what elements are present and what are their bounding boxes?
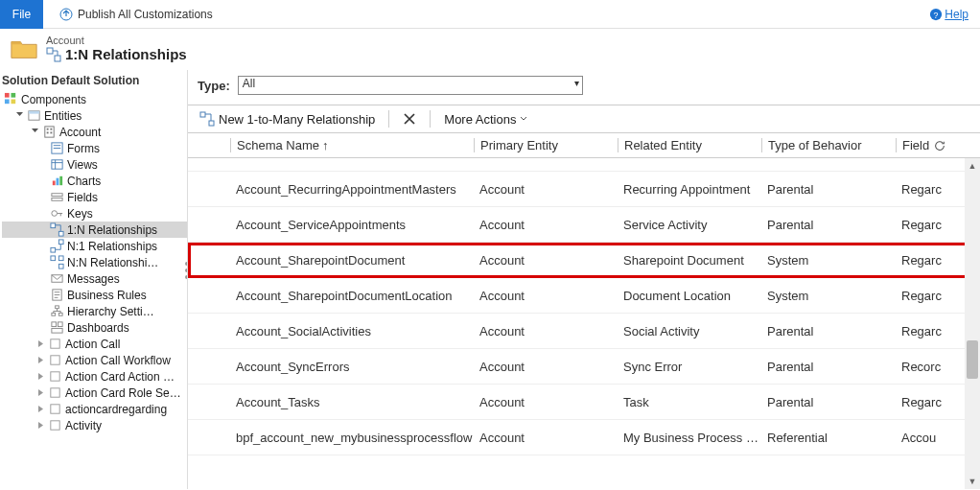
expander-icon[interactable] [15,111,24,120]
expander-icon[interactable] [36,421,45,430]
expander-icon[interactable] [36,339,45,348]
svg-rect-50 [51,421,59,430]
col-header-behavior[interactable]: Type of Behavior [761,138,896,152]
table-row[interactable]: Account_TasksAccountTaskParentalRegarc [188,385,980,420]
scroll-up-arrow[interactable]: ▲ [965,158,980,174]
table-row[interactable]: Account_RecurringAppointmentMastersAccou… [188,172,980,207]
cell-schema: Account_Tasks [230,395,474,409]
tree-node-action-card-role[interactable]: Action Card Role Se… [2,385,187,401]
tree-node-action-call-wf[interactable]: Action Call Workflow [2,352,187,368]
svg-rect-24 [59,176,62,185]
action-card-role-label: Action Card Role Se… [65,386,181,400]
tree-node-dashboards[interactable]: Dashboards [2,319,187,336]
svg-rect-7 [5,100,10,105]
tree-node-hierarchy[interactable]: Hierarchy Setti… [2,303,187,319]
entity-breadcrumb: Account [46,35,187,46]
br-label: Business Rules [67,289,147,302]
tree-node-1n-relationships[interactable]: 1:N Relationships [2,222,187,238]
table-row[interactable]: bpf_account_new_mybusinessprocessflowAcc… [188,420,980,455]
page-title: 1:N Relationships [46,46,187,62]
tree-node-action-card[interactable]: Action Card Action … [2,368,187,385]
tree-node-account[interactable]: Account [2,124,187,140]
svg-rect-31 [58,231,63,236]
expander-icon[interactable] [31,128,39,136]
col-header-primary[interactable]: Primary Entity [474,138,618,152]
type-select[interactable]: All [238,76,583,95]
svg-rect-15 [50,132,52,134]
table-row[interactable]: Account_ServiceAppointmentsAccountServic… [188,207,980,243]
cell-schema: Account_SharepointDocument [230,253,474,268]
svg-rect-26 [52,198,62,200]
fields-label: Fields [67,191,98,204]
svg-rect-10 [29,111,39,114]
cell-schema: Account_SyncErrors [230,360,474,374]
refresh-icon[interactable] [933,139,946,152]
file-menu-button[interactable]: File [0,0,43,29]
help-link[interactable]: ? Help [929,8,968,21]
more-actions-button[interactable]: More Actions [438,110,533,128]
tree-node-n1-relationships[interactable]: N:1 Relationships [2,238,187,254]
col-header-field[interactable]: Field [896,138,980,152]
table-row[interactable]: Account_SyncErrorsAccountSync ErrorParen… [188,349,980,385]
vertical-scrollbar[interactable]: ▲ ▼ [965,158,980,489]
scroll-thumb[interactable] [967,340,978,379]
cell-related: Social Activity [618,324,761,338]
delete-button[interactable] [397,110,422,128]
charts-icon [50,174,64,188]
tree-node-forms[interactable]: Forms [2,140,187,156]
tree-node-business-rules[interactable]: Business Rules [2,287,187,303]
svg-rect-22 [53,181,56,186]
tree-node-keys[interactable]: Keys [2,205,187,222]
table-row[interactable]: Account_SharepointDocumentAccountSharepo… [188,243,980,278]
table-row[interactable]: Account_SocialActivitiesAccountSocial Ac… [188,314,980,349]
svg-rect-6 [12,93,16,98]
tree-node-activity[interactable]: Activity [2,417,187,433]
separator [430,110,431,128]
svg-rect-30 [51,223,56,228]
tree-node-views[interactable]: Views [2,156,187,173]
col-schema-label: Schema Name [237,138,319,152]
solution-sidebar: Solution Default Solution Components Ent… [0,70,188,489]
svg-rect-5 [5,93,10,98]
svg-rect-36 [58,256,63,261]
entity-icon [48,385,62,400]
publish-all-button[interactable]: Publish All Customizations [53,5,219,24]
svg-rect-25 [52,194,62,197]
cell-schema: Account_SharepointDocumentLocation [230,289,474,303]
entity-icon [48,369,62,384]
help-label: Help [945,8,968,21]
tree-node-charts[interactable]: Charts [2,173,187,189]
dash-label: Dashboards [67,321,129,335]
tree-node-components[interactable]: Components [2,91,187,107]
entities-icon [27,108,41,123]
tree-node-nn-relationships[interactable]: N:N Relationshi… [2,254,187,270]
col-header-related[interactable]: Related Entity [618,138,761,152]
relationship-grid: Schema Name ↑ Primary Entity Related Ent… [188,133,980,489]
expander-icon[interactable] [36,372,45,381]
tree-node-action-call[interactable]: Action Call [2,336,187,352]
hierarchy-icon [50,304,64,318]
expander-icon[interactable] [36,356,45,364]
entity-icon [48,337,62,351]
tree-node-messages[interactable]: Messages [2,270,187,287]
entity-icon [48,418,62,432]
tree-node-entities[interactable]: Entities [2,107,187,124]
sort-asc-icon: ↑ [322,138,329,152]
expander-icon[interactable] [36,405,45,413]
table-row[interactable]: Account_SharepointDocumentLocationAccoun… [188,278,980,314]
new-relationship-button[interactable]: New 1-to-Many Relationship [194,109,381,128]
expander-icon[interactable] [36,388,45,397]
scroll-down-arrow[interactable]: ▼ [965,474,980,489]
tree-node-fields[interactable]: Fields [2,189,187,205]
tree-node-actioncardreg[interactable]: actioncardregarding [2,401,187,417]
svg-rect-34 [51,256,56,261]
keys-icon [50,206,64,221]
svg-rect-12 [47,128,49,130]
cell-primary: Account [474,182,618,197]
svg-rect-49 [51,405,59,413]
publish-icon [58,7,74,22]
col-header-schema[interactable]: Schema Name ↑ [230,138,474,152]
help-icon: ? [929,8,943,21]
svg-rect-45 [51,339,59,348]
page-title-text: 1:N Relationships [65,46,187,62]
